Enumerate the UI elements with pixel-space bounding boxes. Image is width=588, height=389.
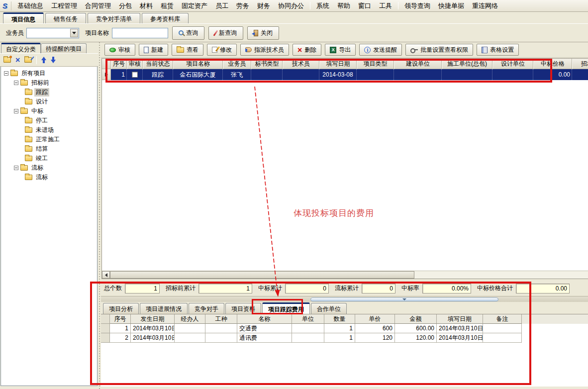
col-work-type[interactable]: 工种 [205, 314, 237, 324]
col-unit-price[interactable]: 单价 [355, 314, 395, 324]
tree-item-lost-bid[interactable]: 流标 [1, 163, 97, 173]
col-project-name[interactable]: 项目名称 [173, 59, 223, 69]
collapse-icon[interactable] [4, 71, 8, 76]
new-folder-icon[interactable] [3, 57, 11, 63]
scroll-left-icon[interactable] [102, 271, 110, 279]
row-selector[interactable] [101, 324, 110, 333]
tab-project-documents[interactable]: 项目资料 [225, 303, 261, 314]
col-project-type[interactable]: 项目类型 [357, 59, 394, 69]
salesperson-combobox[interactable] [26, 28, 79, 38]
tab-tracking-expenses[interactable]: 项目跟踪费用 [262, 302, 310, 314]
project-name-input[interactable] [112, 28, 168, 38]
move-up-icon[interactable] [41, 57, 46, 63]
col-name[interactable]: 名称 [237, 314, 292, 324]
tab-reference-library[interactable]: 参考资料库 [142, 13, 189, 23]
sidebar-tab-custom-category[interactable]: 自定义分类 [1, 43, 41, 53]
sidebar-tab-reminder-projects[interactable]: 待提醒的项目 [41, 43, 87, 53]
rename-folder-icon[interactable] [24, 57, 32, 63]
col-status[interactable]: 当前状态 [143, 59, 173, 69]
menu-item-quick-docs[interactable]: 快捷单据 [434, 0, 468, 11]
menu-item-window[interactable]: 窗口 [354, 0, 375, 11]
col-technician[interactable]: 技术员 [283, 59, 319, 69]
col-quantity[interactable]: 数量 [324, 314, 355, 324]
menu-item-basic-info[interactable]: 基础信息 [13, 0, 47, 11]
menu-item-tools[interactable]: 工具 [375, 0, 396, 11]
menu-item-help[interactable]: 帮助 [333, 0, 354, 11]
col-handler[interactable]: 经办人 [175, 314, 205, 324]
col-bid-method[interactable]: 招标 [572, 59, 588, 69]
chevron-down-icon[interactable] [70, 29, 78, 37]
audit-checkbox[interactable] [132, 72, 138, 78]
tree-item-design[interactable]: 设计 [1, 97, 97, 106]
modify-button[interactable]: 修改 [207, 44, 237, 56]
tab-sales-tasks[interactable]: 销售任务 [45, 13, 86, 23]
menu-item-labor[interactable]: 劳务 [232, 0, 253, 11]
menu-item-system[interactable]: 系统 [312, 0, 333, 11]
col-audit[interactable]: 审核 [127, 59, 143, 69]
scrollbar-thumb[interactable] [110, 271, 414, 279]
horizontal-scrollbar[interactable] [102, 271, 588, 279]
tree-item-suspended[interactable]: 停工 [1, 116, 97, 125]
col-remarks[interactable]: 备注 [483, 314, 522, 324]
tree-item-not-entered[interactable]: 未进场 [1, 125, 97, 135]
collapse-slider[interactable] [310, 297, 498, 301]
tree-item-completed[interactable]: 竣工 [1, 154, 97, 163]
col-fill-date[interactable]: 填写日期 [437, 314, 483, 324]
tree-item-tracking[interactable]: 跟踪 [1, 88, 97, 97]
collapse-icon[interactable] [14, 81, 18, 85]
col-contractor[interactable]: 施工单位(总包) [442, 59, 492, 69]
table-row[interactable]: 1 2014年03月10日 交通费 1 600 600.00 2014年03月1… [101, 324, 588, 333]
tree-item-won-bid[interactable]: 中标 [1, 106, 97, 116]
tab-competitors[interactable]: 竞争对手 [189, 303, 224, 314]
new-query-button[interactable]: 新查询 [208, 26, 243, 40]
menu-item-employee[interactable]: 员工 [211, 0, 232, 11]
tab-cooperative-units[interactable]: 合作单位 [311, 303, 347, 314]
tab-project-progress[interactable]: 项目进展情况 [140, 303, 188, 314]
table-row[interactable]: 1 跟踪 金石国际大厦 张飞 2014-03-08 0.00 [102, 69, 588, 80]
send-reminder-button[interactable]: i发送提醒 [359, 44, 402, 56]
tree-item-lost-bid-child[interactable]: 流标 [1, 173, 97, 182]
audit-button[interactable]: 审核 [104, 44, 135, 56]
export-button[interactable]: X导出 [325, 44, 356, 56]
col-salesperson[interactable]: 业务员 [223, 59, 251, 69]
tree-item-all-projects[interactable]: 所有项目 [1, 69, 97, 78]
col-amount[interactable]: 金额 [395, 314, 437, 324]
col-win-price[interactable]: 中标价格 [533, 59, 572, 69]
menu-item-fixed-assets[interactable]: 固定资产 [178, 0, 211, 11]
col-unit[interactable]: 单位 [292, 314, 324, 324]
col-construction-unit[interactable]: 建设单位 [394, 59, 442, 69]
tab-project-analysis[interactable]: 项目分析 [103, 303, 139, 314]
col-seq[interactable]: 序号 [111, 59, 127, 69]
delete-button[interactable]: ×删除 [293, 44, 321, 56]
new-button[interactable]: 新建 [139, 44, 168, 56]
query-button[interactable]: 查询 [172, 26, 204, 40]
menu-item-finance[interactable]: 财务 [253, 0, 274, 11]
menu-item-material[interactable]: 材料 [136, 0, 157, 11]
tab-project-info[interactable]: 项目信息 [3, 12, 44, 23]
col-bid-type[interactable]: 标书类型 [251, 59, 283, 69]
move-down-icon[interactable] [51, 57, 56, 63]
col-fill-date[interactable]: 填写日期 [319, 59, 357, 69]
collapse-icon[interactable] [14, 166, 18, 170]
table-settings-button[interactable]: 表格设置 [477, 44, 519, 56]
view-button[interactable]: 查看 [172, 44, 203, 56]
tree-item-normal-construction[interactable]: 正常施工 [1, 135, 97, 144]
menu-item-contract[interactable]: 合同管理 [81, 0, 115, 11]
tab-competitor-list[interactable]: 竞争对手清单 [88, 13, 140, 23]
row-selector[interactable] [101, 333, 110, 343]
col-occur-date[interactable]: 发生日期 [131, 314, 175, 324]
col-design-unit[interactable]: 设计单位 [492, 59, 533, 69]
menu-item-reconnect[interactable]: 重连网络 [468, 0, 502, 11]
col-seq[interactable]: 序号 [110, 314, 131, 324]
menu-item-collaboration[interactable]: 协同办公 [274, 0, 308, 11]
close-button[interactable]: 关闭 [247, 26, 279, 40]
assign-technician-button[interactable]: 指派技术员 [240, 44, 289, 56]
menu-item-engineering[interactable]: 工程管理 [47, 0, 81, 11]
menu-item-leader-query[interactable]: 领导查询 [400, 0, 434, 11]
table-row[interactable]: 2 2014年03月10日 通讯费 1 120 120.00 2014年03月1… [101, 333, 588, 343]
menu-item-subcontract[interactable]: 分包 [115, 0, 136, 11]
batch-permission-button[interactable]: 批量设置查看权限 [405, 44, 473, 56]
delete-category-icon[interactable]: × [15, 57, 20, 64]
collapse-icon[interactable] [14, 109, 18, 113]
menu-item-lease[interactable]: 租赁 [157, 0, 178, 11]
